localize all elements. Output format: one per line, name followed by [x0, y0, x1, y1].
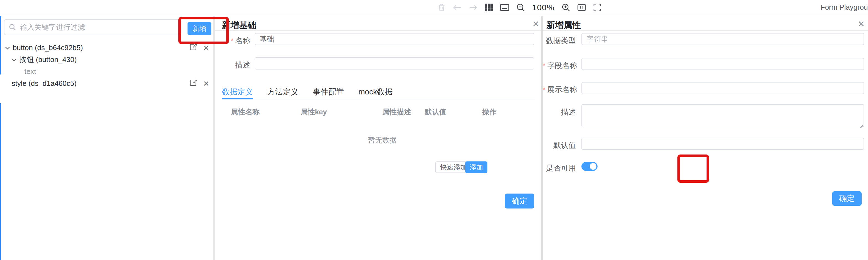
delete-icon[interactable] [438, 3, 445, 12]
enabled-label: 是否可用 [542, 163, 576, 173]
tree-item-label: 按钮 (button_430) [20, 55, 77, 65]
undo-icon[interactable] [453, 4, 462, 11]
required-mark: * [542, 62, 546, 70]
close-icon[interactable]: ✕ [532, 20, 539, 28]
display-name-input[interactable] [582, 82, 864, 94]
chevron-down-icon[interactable] [3, 45, 12, 51]
delete-item-icon[interactable]: ✕ [203, 80, 209, 87]
confirm-button[interactable]: 确定 [832, 191, 862, 206]
required-mark: * [542, 85, 546, 94]
search-input[interactable] [20, 23, 181, 32]
delete-item-icon[interactable]: ✕ [203, 44, 209, 51]
edit-icon[interactable] [190, 79, 197, 88]
tab-event-config[interactable]: 事件配置 [313, 85, 344, 99]
description-input[interactable] [255, 57, 534, 70]
default-value-input[interactable] [582, 138, 864, 150]
page-title: Form Playground F [820, 3, 868, 12]
field-name-label: *字段名称 [542, 61, 576, 71]
confirm-button[interactable]: 确定 [505, 193, 534, 209]
required-mark: * [230, 37, 234, 45]
header-divider [542, 30, 868, 31]
data-type-label: 数据类型 [542, 36, 576, 46]
data-type-input[interactable] [582, 33, 864, 45]
description-label: 描述 [542, 107, 576, 117]
description-field-label: 描述 [227, 60, 250, 70]
tree-item-label: text [24, 67, 36, 76]
name-input[interactable] [255, 33, 534, 45]
property-table-header: 属性名称 属性key 属性描述 默认值 操作 [231, 107, 534, 117]
add-basic-dialog: 新增基础 ✕ *名称 描述 数据定义 方法定义 事件配置 mock数据 属性名称… [215, 16, 541, 260]
panel-divider[interactable] [213, 16, 215, 260]
tree-item-label: style (ds_d1a460c5) [12, 79, 76, 88]
datasource-tree: button (ds_b64c92b5) ✕ 按钮 (button_430) t… [0, 42, 213, 89]
canvas-toolbar: 100% [438, 0, 601, 15]
table-footer-divider [222, 154, 535, 154]
tree-item-text[interactable]: text [0, 66, 213, 78]
column-header: 操作 [482, 107, 534, 117]
column-header: 属性名称 [231, 107, 301, 117]
edit-icon[interactable] [190, 43, 197, 52]
display-name-label: *展示名称 [542, 85, 576, 95]
chevron-down-icon[interactable] [10, 57, 18, 63]
keyboard-icon[interactable] [500, 4, 509, 11]
top-toolbar: 100% Form Playground F [0, 0, 868, 15]
zoom-in-icon[interactable] [562, 3, 570, 12]
tab-data-definition[interactable]: 数据定义 [222, 85, 253, 99]
redo-icon[interactable] [469, 4, 478, 11]
toggle-knob [590, 163, 596, 170]
dialog-tabs: 数据定义 方法定义 事件配置 mock数据 [222, 85, 535, 100]
tree-item-actions: ✕ [190, 78, 209, 89]
tree-item-button[interactable]: button (ds_b64c92b5) ✕ [0, 42, 213, 54]
close-icon[interactable]: ✕ [858, 20, 865, 28]
tree-item-anniu[interactable]: 按钮 (button_430) [0, 54, 213, 66]
add-attribute-dialog: 新增属性 ✕ 数据类型 *字段名称 *展示名称 描述 默认值 是否可用 确定 [542, 16, 868, 260]
default-value-label: 默认值 [542, 140, 576, 150]
description-textarea[interactable] [582, 104, 864, 127]
enabled-toggle[interactable] [582, 162, 597, 171]
column-header: 默认值 [425, 107, 482, 117]
tree-item-label: button (ds_b64c92b5) [13, 43, 83, 52]
column-header: 属性key [301, 107, 382, 117]
fullscreen-icon[interactable] [593, 4, 601, 11]
zoom-level-value: 100% [532, 3, 555, 12]
column-header: 属性描述 [382, 107, 425, 117]
search-icon [9, 24, 16, 31]
add-property-button[interactable]: 添加 [465, 161, 487, 173]
datasource-sidebar: 新增 button (ds_b64c92b5) ✕ 按钮 (button [0, 16, 213, 260]
tree-item-actions: ✕ [190, 42, 209, 54]
app-root: 100% Form Playground F 新增 [0, 0, 868, 260]
header-divider [215, 30, 541, 31]
tab-mock-data[interactable]: mock数据 [359, 85, 393, 99]
zoom-out-icon[interactable] [517, 3, 525, 12]
dialog-title: 新增基础 [222, 20, 256, 31]
empty-table-placeholder: 暂无数据 [231, 136, 534, 145]
accent-strip-bottom [0, 103, 1, 260]
name-field-label: *名称 [215, 36, 250, 46]
grid-view-icon[interactable] [485, 4, 493, 11]
tab-method-definition[interactable]: 方法定义 [268, 85, 299, 99]
search-box [4, 19, 181, 35]
field-name-input[interactable] [582, 58, 864, 70]
tree-item-style[interactable]: style (ds_d1a460c5) ✕ [0, 78, 213, 89]
panel-preview-icon[interactable] [577, 4, 586, 11]
add-datasource-button[interactable]: 新增 [188, 22, 211, 35]
dialog-title: 新增属性 [547, 20, 581, 31]
